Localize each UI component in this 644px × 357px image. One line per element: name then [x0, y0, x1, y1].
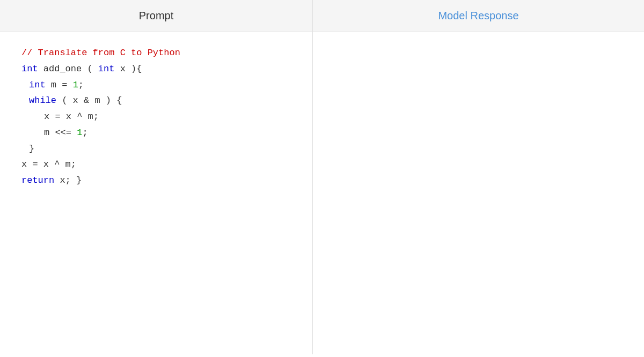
code-line-8: x = x ^ m;: [21, 157, 291, 173]
keyword-int-1: int: [21, 64, 38, 74]
plain-text-5: ( x & m ) {: [56, 95, 122, 106]
prompt-header: Prompt: [0, 0, 313, 32]
response-panel: [313, 32, 644, 354]
number-2: 1: [77, 128, 82, 138]
code-line-1: // Translate from C to Python: [21, 45, 291, 61]
header-bar: Prompt Model Response: [0, 0, 644, 32]
plain-text-6: x = x ^ m;: [44, 111, 99, 122]
code-line-7: }: [21, 141, 291, 157]
plain-text-3: m =: [46, 80, 73, 90]
keyword-return: return: [21, 175, 54, 185]
keyword-while: while: [29, 95, 56, 106]
code-line-2: int add_one ( int x ){: [21, 61, 291, 77]
plain-text-4: ;: [78, 80, 84, 90]
comment-text: // Translate from C to Python: [21, 48, 180, 58]
keyword-int-3: int: [29, 80, 46, 90]
plain-text-10: x = x ^ m;: [21, 159, 76, 169]
plain-text-11: x; }: [54, 175, 82, 185]
code-line-4: while ( x & m ) {: [21, 93, 291, 109]
app-container: Prompt Model Response // Translate from …: [0, 0, 644, 354]
plain-text-1: add_one (: [38, 64, 98, 74]
plain-text-2: x ){: [114, 64, 142, 74]
plain-text-7: m <<=: [44, 128, 77, 138]
keyword-int-2: int: [98, 64, 115, 74]
main-content: // Translate from C to Python int add_on…: [0, 32, 644, 354]
response-header: Model Response: [313, 0, 644, 32]
plain-text-8: ;: [82, 128, 87, 138]
code-line-9: return x; }: [21, 173, 291, 189]
number-1: 1: [73, 80, 78, 90]
code-line-6: m <<= 1;: [21, 125, 291, 141]
code-block: // Translate from C to Python int add_on…: [21, 45, 291, 189]
prompt-panel: // Translate from C to Python int add_on…: [0, 32, 313, 354]
code-line-3: int m = 1;: [21, 77, 291, 93]
plain-text-9: }: [29, 144, 34, 154]
code-line-5: x = x ^ m;: [21, 109, 291, 125]
